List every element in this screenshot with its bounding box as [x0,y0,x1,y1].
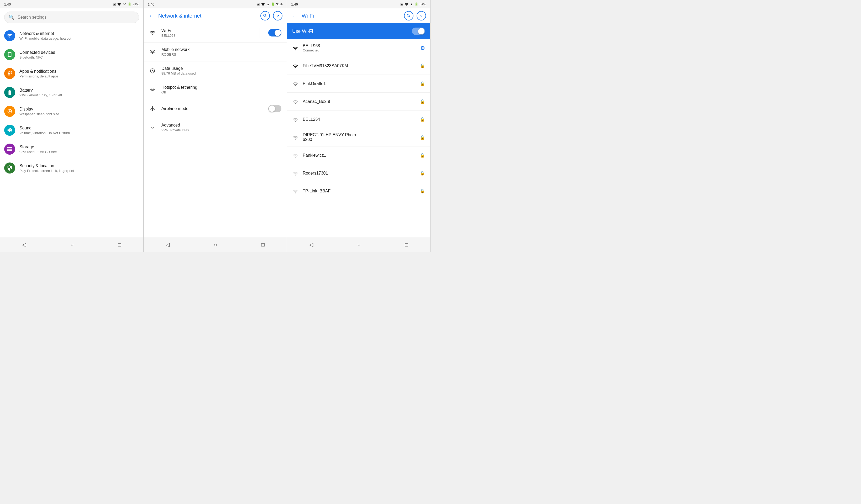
bottom-nav-2: ◁ ○ □ [144,237,287,252]
net-item-data[interactable]: Data usage 88.76 MB of data used [144,62,287,80]
tplink-name: TP-Link_BBAF [303,189,415,193]
wifi-signal-pinkgiraffe [292,81,299,87]
net-item-mobile[interactable]: Mobile network ROGERS [144,42,287,62]
connected-text: Connected devices Bluetooth, NFC [19,50,139,59]
wifi-item-fibetvm[interactable]: FibeTVM91523SA07KM 🔒 [287,57,430,75]
bottom-nav-1: ◁ ○ □ [0,237,143,252]
home-button-3[interactable]: ○ [352,240,366,249]
advanced-net-text: Advanced VPN, Private DNS [161,123,282,132]
wifi-signal-rogers17301 [292,170,299,176]
status-icons-2: ▣ ▲ 🔋 91% [257,2,283,6]
vibrate-icon-2: ▣ [257,2,260,6]
battery-pct-2: 91% [276,2,283,6]
mobile-net-text: Mobile network ROGERS [161,47,282,56]
battery-icon-1: 🔋 [127,2,132,6]
settings-panel: 1:40 ▣ 🔋 91% 🔍 Network & internet [0,0,144,252]
battery-icon-3: 🔋 [414,2,419,6]
wifi-item-pinkgiraffe[interactable]: PinkGiraffe1 🔒 [287,75,430,93]
connected-icon [4,49,15,60]
settings-item-network[interactable]: Network & internet Wi-Fi, mobile, data u… [0,26,143,45]
security-subtitle: Play Protect, screen lock, fingerprint [19,169,139,173]
bell968-text: BELL968 Connected [303,44,416,52]
home-button-1[interactable]: ○ [65,240,79,249]
signal-icon-3: ▲ [410,2,413,6]
wifi-toggle[interactable] [268,29,282,37]
back-button-1[interactable]: ◁ [17,240,31,249]
wifi-item-bell254[interactable]: BELL254 🔒 [287,110,430,128]
advanced-net-title: Advanced [161,123,282,127]
display-title: Display [19,107,139,111]
wifi-search-btn[interactable] [404,11,413,21]
recents-button-3[interactable]: □ [400,240,413,249]
settings-item-apps[interactable]: Apps & notifications Permissions, defaul… [0,64,143,83]
battery-icon-2: 🔋 [271,2,275,6]
wifi-item-bell968[interactable]: BELL968 Connected ⚙ [287,39,430,57]
net-item-hotspot[interactable]: Hotspot & tethering Off [144,80,287,99]
mobile-net-subtitle: ROGERS [161,53,282,56]
wifi-header: ← Wi-Fi ? [287,9,430,23]
net-item-advanced[interactable]: Advanced VPN, Private DNS [144,118,287,137]
wifi-signal-bell254 [292,116,299,123]
wifi-signal-pankiewicz [292,152,299,159]
settings-item-display[interactable]: Display Wallpaper, sleep, font size [0,102,143,121]
network-panel: 1:40 ▣ ▲ 🔋 91% ← Network & internet ? Wi… [144,0,287,252]
airplane-net-title: Airplane mode [161,106,263,111]
security-icon [4,163,15,174]
wifi-signal-direct01 [292,134,299,140]
recents-button-2[interactable]: □ [256,240,270,249]
settings-item-security[interactable]: Security & location Play Protect, screen… [0,159,143,177]
network-header-title: Network & internet [158,13,258,19]
network-subtitle: Wi-Fi, mobile, data usage, hotspot [19,37,139,40]
net-item-wifi[interactable]: Wi-Fi BELL968 [144,23,287,42]
storage-title: Storage [19,145,139,149]
search-input[interactable] [17,15,135,20]
search-bar[interactable]: 🔍 [4,12,139,23]
status-bar-2: 1:40 ▣ ▲ 🔋 91% [144,0,287,9]
direct01-name: DIRECT-01-HP ENVY Photo [303,133,415,137]
pinkgiraffe-lock-icon: 🔒 [420,81,425,86]
network-help-btn[interactable]: ? [273,11,283,21]
back-button-3[interactable]: ◁ [304,240,318,249]
settings-item-storage[interactable]: Storage 92% used · 2.66 GB free [0,140,143,159]
status-icons-1: ▣ 🔋 91% [113,2,139,6]
network-title: Network & internet [19,31,139,36]
back-button-2[interactable]: ◁ [160,240,175,249]
hotspot-net-title: Hotspot & tethering [161,85,282,90]
wifi-item-acanac[interactable]: Acanac_Be2ut 🔒 [287,93,430,110]
bell254-name: BELL254 [303,117,415,122]
hotspot-icon [149,87,156,93]
use-wifi-toggle[interactable] [412,28,425,35]
home-button-2[interactable]: ○ [209,240,222,249]
airplane-toggle-container [268,105,282,112]
settings-item-connected[interactable]: Connected devices Bluetooth, NFC [0,45,143,64]
airplane-net-text: Airplane mode [161,106,263,111]
apps-icon [4,68,15,79]
wifi-item-tplink[interactable]: TP-Link_BBAF 🔒 [287,182,430,200]
mobile-net-title: Mobile network [161,47,282,52]
wifi-item-direct01[interactable]: DIRECT-01-HP ENVY Photo 6200 🔒 [287,128,430,147]
wifi-net-text: Wi-Fi BELL968 [161,28,255,38]
time-2: 1:40 [148,2,154,6]
back-arrow-3[interactable]: ← [291,12,299,20]
settings-item-sound[interactable]: Sound Volume, vibration, Do Not Disturb [0,121,143,140]
rogers17301-name: Rogers17301 [303,171,415,176]
wifi-item-rogers17301[interactable]: Rogers17301 🔒 [287,164,430,182]
airplane-toggle[interactable] [268,105,282,112]
net-item-airplane[interactable]: Airplane mode [144,99,287,118]
display-subtitle: Wallpaper, sleep, font size [19,112,139,116]
wifi-panel: 1:46 ▣ ▲ 🔋 84% ← Wi-Fi ? Use Wi-Fi [287,0,430,252]
wifi-item-pankiewicz[interactable]: Pankiewicz1 🔒 [287,147,430,164]
data-net-title: Data usage [161,66,282,71]
pankiewicz-lock-icon: 🔒 [420,153,425,158]
advanced-net-subtitle: VPN, Private DNS [161,128,282,132]
bell968-gear-icon[interactable]: ⚙ [420,45,425,51]
wifi-icon-1 [117,2,121,6]
settings-item-battery[interactable]: Battery 91% · About 1 day, 15 hr left [0,83,143,102]
back-arrow-2[interactable]: ← [148,12,155,20]
recents-button-1[interactable]: □ [113,240,126,249]
vibrate-icon-1: ▣ [113,2,116,6]
security-title: Security & location [19,164,139,168]
wifi-help-btn[interactable]: ? [416,11,426,21]
network-list: Wi-Fi BELL968 Mobile network ROGERS [144,23,287,237]
network-search-btn[interactable] [260,11,270,21]
